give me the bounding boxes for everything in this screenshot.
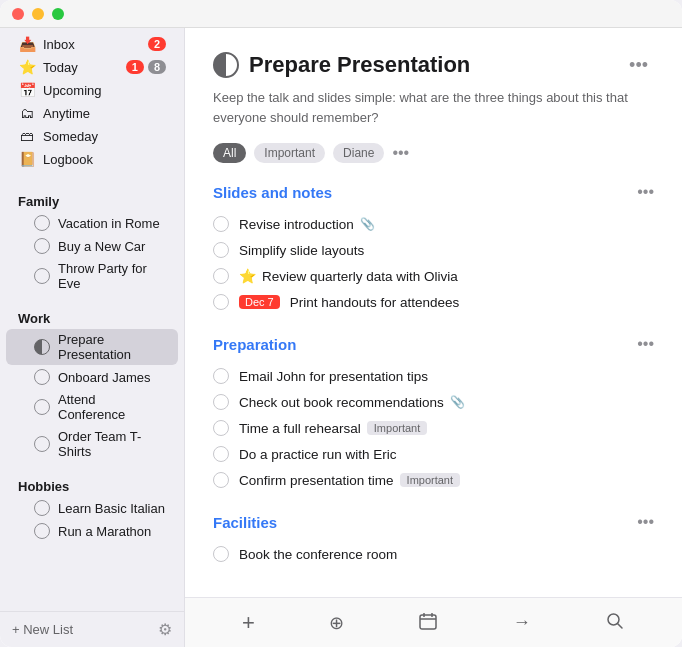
onboard-label: Onboard James xyxy=(58,370,151,385)
anytime-icon: 🗂 xyxy=(18,105,36,121)
new-list-label: + New List xyxy=(12,622,73,637)
svg-rect-0 xyxy=(420,615,436,629)
star-icon: ⭐ xyxy=(239,268,256,284)
filter-important[interactable]: Important xyxy=(254,143,325,163)
preparation-section-header: Preparation ••• xyxy=(213,335,654,353)
sidebar-item-marathon[interactable]: Run a Marathon xyxy=(6,520,178,542)
task-checkbox[interactable] xyxy=(213,294,229,310)
task-checkbox[interactable] xyxy=(213,420,229,436)
task-checkbox[interactable] xyxy=(213,242,229,258)
task-checkbox[interactable] xyxy=(213,546,229,562)
filter-more-button[interactable]: ••• xyxy=(392,144,409,162)
sidebar-item-vacation[interactable]: Vacation in Rome xyxy=(6,212,178,234)
task-checkbox[interactable] xyxy=(213,394,229,410)
task-item: Confirm presentation time Important xyxy=(213,467,654,493)
maximize-button[interactable] xyxy=(52,8,64,20)
task-label: Email John for presentation tips xyxy=(239,369,654,384)
facilities-section-header: Facilities ••• xyxy=(213,513,654,531)
attachment-icon: 📎 xyxy=(450,395,465,409)
sidebar-item-car[interactable]: Buy a New Car xyxy=(6,235,178,257)
close-button[interactable] xyxy=(12,8,24,20)
task-checkbox[interactable] xyxy=(213,368,229,384)
today-badge-gray: 8 xyxy=(148,60,166,74)
search-button[interactable] xyxy=(595,607,635,639)
task-text: Do a practice run with Eric xyxy=(239,447,397,462)
task-item: Do a practice run with Eric xyxy=(213,441,654,467)
prepare-label: Prepare Presentation xyxy=(58,332,166,362)
sidebar-item-onboard[interactable]: Onboard James xyxy=(6,366,178,388)
task-item: ⭐ Review quarterly data with Olivia xyxy=(213,263,654,289)
sidebar-item-party[interactable]: Throw Party for Eve xyxy=(6,258,178,294)
sidebar-item-order[interactable]: Order Team T-Shirts xyxy=(6,426,178,462)
party-circle xyxy=(34,268,50,284)
task-date-badge: Dec 7 xyxy=(239,295,280,309)
task-text: Confirm presentation time xyxy=(239,473,394,488)
main-window: 📥 Inbox 2 ⭐ Today 1 8 📅 Upcoming 🗂 Anyti… xyxy=(0,0,682,647)
add-task-button[interactable]: + xyxy=(232,606,265,640)
filter-all[interactable]: All xyxy=(213,143,246,163)
minimize-button[interactable] xyxy=(32,8,44,20)
task-label: Time a full rehearsal Important xyxy=(239,421,654,436)
facilities-section-menu[interactable]: ••• xyxy=(637,513,654,531)
search-icon xyxy=(605,611,625,631)
filter-bar: All Important Diane ••• xyxy=(213,143,654,163)
slides-section-menu[interactable]: ••• xyxy=(637,183,654,201)
sidebar: 📥 Inbox 2 ⭐ Today 1 8 📅 Upcoming 🗂 Anyti… xyxy=(0,28,185,647)
today-icon: ⭐ xyxy=(18,59,36,75)
order-label: Order Team T-Shirts xyxy=(58,429,166,459)
task-text: Simplify slide layouts xyxy=(239,243,364,258)
task-item: Time a full rehearsal Important xyxy=(213,415,654,441)
add-checklist-button[interactable]: ⊕ xyxy=(319,608,354,638)
logbook-label: Logbook xyxy=(43,152,166,167)
new-list-button[interactable]: + New List xyxy=(12,622,73,637)
facilities-task-list: Book the conference room xyxy=(213,541,654,567)
today-badge-red: 1 xyxy=(126,60,144,74)
task-item: Dec 7 Print handouts for attendees xyxy=(213,289,654,315)
sidebar-item-inbox[interactable]: 📥 Inbox 2 xyxy=(6,33,178,55)
sidebar-item-anytime[interactable]: 🗂 Anytime xyxy=(6,102,178,124)
task-tag: Important xyxy=(400,473,460,487)
sidebar-item-prepare[interactable]: Prepare Presentation xyxy=(6,329,178,365)
task-checkbox[interactable] xyxy=(213,216,229,232)
schedule-button[interactable] xyxy=(408,607,448,639)
smart-lists-section: 📥 Inbox 2 ⭐ Today 1 8 📅 Upcoming 🗂 Anyti… xyxy=(0,28,184,182)
slides-section-title: Slides and notes xyxy=(213,184,332,201)
task-item: Book the conference room xyxy=(213,541,654,567)
family-group: Family Vacation in Rome Buy a New Car Th… xyxy=(0,182,184,299)
sidebar-item-attend[interactable]: Attend Conference xyxy=(6,389,178,425)
task-title-row: Prepare Presentation ••• xyxy=(213,52,654,78)
anytime-label: Anytime xyxy=(43,106,166,121)
task-menu-button[interactable]: ••• xyxy=(623,53,654,78)
upcoming-icon: 📅 xyxy=(18,82,36,98)
task-label: Book the conference room xyxy=(239,547,654,562)
sidebar-item-italian[interactable]: Learn Basic Italian xyxy=(6,497,178,519)
task-item: Email John for presentation tips xyxy=(213,363,654,389)
marathon-circle xyxy=(34,523,50,539)
attend-label: Attend Conference xyxy=(58,392,166,422)
car-label: Buy a New Car xyxy=(58,239,145,254)
task-item: Revise introduction 📎 xyxy=(213,211,654,237)
filter-diane[interactable]: Diane xyxy=(333,143,384,163)
party-label: Throw Party for Eve xyxy=(58,261,166,291)
move-button[interactable]: → xyxy=(503,608,541,637)
sidebar-item-today[interactable]: ⭐ Today 1 8 xyxy=(6,56,178,78)
calendar-icon xyxy=(418,611,438,631)
task-checkbox[interactable] xyxy=(213,472,229,488)
facilities-section-title: Facilities xyxy=(213,514,277,531)
task-item: Check out book recommendations 📎 xyxy=(213,389,654,415)
onboard-circle xyxy=(34,369,50,385)
task-title: Prepare Presentation xyxy=(249,52,613,78)
sidebar-item-logbook[interactable]: 📔 Logbook xyxy=(6,148,178,170)
task-checkbox[interactable] xyxy=(213,446,229,462)
preparation-section-menu[interactable]: ••• xyxy=(637,335,654,353)
car-circle xyxy=(34,238,50,254)
sidebar-item-upcoming[interactable]: 📅 Upcoming xyxy=(6,79,178,101)
task-label: Do a practice run with Eric xyxy=(239,447,654,462)
settings-icon[interactable]: ⚙ xyxy=(158,620,172,639)
vacation-label: Vacation in Rome xyxy=(58,216,160,231)
preparation-task-list: Email John for presentation tips Check o… xyxy=(213,363,654,493)
upcoming-label: Upcoming xyxy=(43,83,166,98)
task-checkbox[interactable] xyxy=(213,268,229,284)
task-text: Book the conference room xyxy=(239,547,397,562)
sidebar-item-someday[interactable]: 🗃 Someday xyxy=(6,125,178,147)
